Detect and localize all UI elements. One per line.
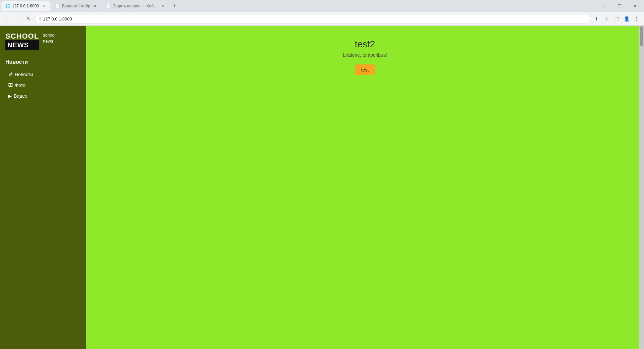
page-wrapper: SCHOOL NEWS school news Новости 🗞 Новост…: [0, 26, 644, 349]
extensions-button[interactable]: ⬚: [612, 14, 621, 23]
sidebar-item-video-label: Видео: [14, 93, 28, 99]
minimize-button[interactable]: —: [596, 0, 612, 12]
url-text: 127.0.0.1:8000: [43, 16, 72, 21]
test-button[interactable]: test: [355, 64, 375, 75]
logo-school-text: SCHOOL: [5, 32, 39, 40]
bookmark-button[interactable]: ☆: [602, 14, 611, 23]
tab-bar: 🌐 127.0.0.1:8000 ✕ 📄 Диалоги / Хабр ✕ 📄 …: [0, 0, 644, 12]
sidebar-item-news-label: Новости: [15, 72, 33, 77]
tab-1-title: 127.0.0.1:8000: [12, 4, 39, 8]
forward-button[interactable]: →: [13, 14, 23, 23]
tab-2-close[interactable]: ✕: [92, 3, 98, 9]
tab-2-favicon: 📄: [55, 4, 60, 8]
sidebar-item-video[interactable]: ▶ Видео: [0, 91, 86, 101]
logo-subtitle-line2: news: [43, 38, 56, 44]
tab-1-favicon: 🌐: [5, 4, 10, 8]
news-icon: 🗞: [8, 72, 13, 77]
reload-button[interactable]: ↻: [24, 14, 34, 23]
sidebar-item-news[interactable]: 🗞 Новости: [0, 69, 86, 80]
sidebar-section-title: Новости: [0, 55, 86, 68]
photo-icon: 🖼: [8, 83, 13, 88]
tab-1[interactable]: 🌐 127.0.0.1:8000 ✕: [1, 1, 50, 11]
tab-3-title: Задать вопрос — Хабр Q&A: [113, 4, 158, 8]
menu-button[interactable]: ⋮: [632, 14, 641, 23]
main-content: test2 Lratione, temporibus! test: [86, 26, 644, 349]
logo-block: SCHOOL NEWS: [5, 32, 39, 50]
tab-3-favicon: 📄: [106, 4, 111, 8]
sidebar-item-photo[interactable]: 🖼 Фото: [0, 80, 86, 91]
window-controls: — ❐ ✕: [596, 0, 643, 12]
tab-3[interactable]: 📄 Задать вопрос — Хабр Q&A ✕: [102, 1, 169, 11]
sidebar: SCHOOL NEWS school news Новости 🗞 Новост…: [0, 26, 86, 349]
maximize-button[interactable]: ❐: [612, 0, 627, 12]
tab-1-close[interactable]: ✕: [41, 3, 46, 9]
address-bar: ← → ↻ ℹ 127.0.0.1:8000 ⬆ ☆ ⬚ 👤 ⋮: [0, 12, 644, 26]
browser-chrome: 🌐 127.0.0.1:8000 ✕ 📄 Диалоги / Хабр ✕ 📄 …: [0, 0, 644, 26]
back-button[interactable]: ←: [3, 14, 12, 23]
secure-icon: ℹ: [39, 16, 41, 21]
video-icon: ▶: [8, 93, 12, 99]
page-title: test2: [355, 39, 375, 50]
sidebar-logo: SCHOOL NEWS school news: [0, 26, 86, 55]
scrollbar[interactable]: [639, 26, 644, 349]
share-button[interactable]: ⬆: [592, 14, 601, 23]
url-bar[interactable]: ℹ 127.0.0.1:8000: [35, 14, 590, 23]
browser-actions: ⬆ ☆ ⬚ 👤 ⋮: [592, 14, 641, 23]
logo-subtitle: school news: [43, 32, 56, 44]
sidebar-nav: 🗞 Новости 🖼 Фото ▶ Видео: [0, 68, 86, 103]
scrollbar-thumb[interactable]: [640, 26, 643, 46]
tab-2[interactable]: 📄 Диалоги / Хабр ✕: [51, 1, 102, 11]
tab-3-close[interactable]: ✕: [160, 3, 165, 9]
logo-news-text: NEWS: [5, 40, 39, 50]
new-tab-button[interactable]: +: [170, 1, 179, 11]
sidebar-item-photo-label: Фото: [15, 83, 25, 88]
tab-2-title: Диалоги / Хабр: [62, 4, 90, 8]
logo-subtitle-line1: school: [43, 32, 56, 38]
profile-button[interactable]: 👤: [622, 14, 631, 23]
close-button[interactable]: ✕: [627, 0, 643, 12]
page-subtitle: Lratione, temporibus!: [343, 52, 387, 58]
